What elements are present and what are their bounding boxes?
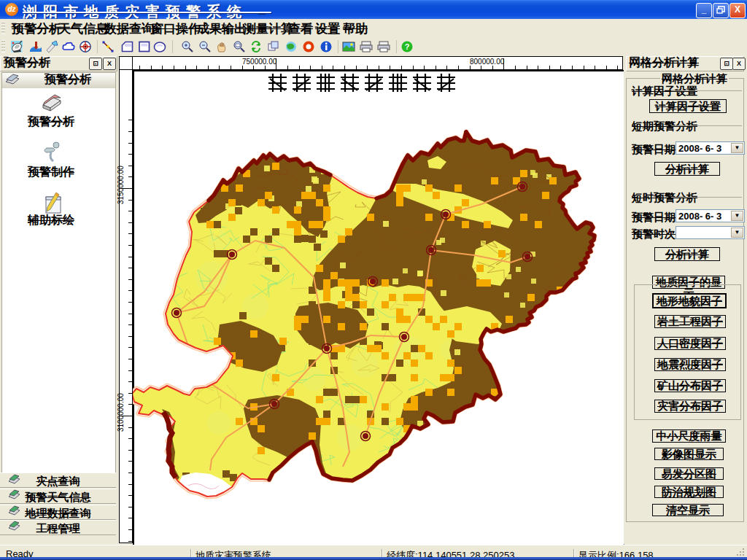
svg-text:?: ?	[405, 42, 410, 51]
